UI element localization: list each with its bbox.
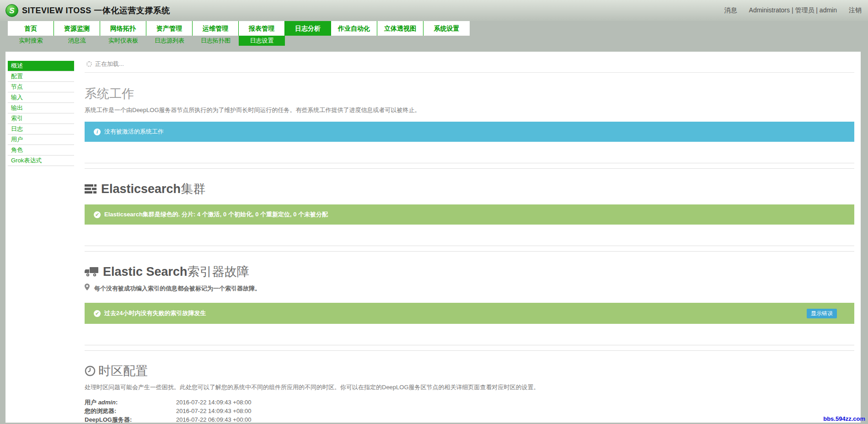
system-jobs-banner-text: 没有被激活的系统工作 bbox=[104, 122, 164, 142]
user-info: Administrators | 管理员 | admin bbox=[749, 6, 837, 15]
logout-link[interactable]: 注销 bbox=[849, 6, 862, 15]
tab-home[interactable]: 首页 bbox=[8, 21, 54, 36]
sidebar-item-inputs[interactable]: 输入 bbox=[8, 92, 74, 103]
tab-network-topology[interactable]: 网络拓扑 bbox=[100, 21, 146, 36]
table-row: 用户 admin: 2016-07-22 14:09:43 +08:00 bbox=[85, 398, 854, 407]
section-divider bbox=[85, 345, 854, 351]
tab-asset-management[interactable]: 资产管理 bbox=[146, 21, 193, 36]
tz-server-value: 2016-07-22 06:09:43 +00:00 bbox=[176, 415, 251, 424]
tab-ops-management[interactable]: 运维管理 bbox=[193, 21, 239, 36]
sidebar: 概述 配置 节点 输入 输出 索引 日志 用户 角色 Grok表达式 bbox=[8, 61, 74, 166]
es-cluster-banner: ✔ Elasticsearch集群是绿色的. 分片: 4 个激活, 0 个初始化… bbox=[85, 204, 854, 225]
indexer-failures-description: 每个没有被成功编入索引的信息都会被标记为一个索引器故障。 bbox=[94, 284, 261, 293]
subtab-log-source-list[interactable]: 日志源列表 bbox=[146, 36, 193, 46]
check-icon: ✔ bbox=[94, 310, 101, 317]
marker-pin-icon bbox=[85, 284, 90, 290]
indexer-failures-banner: ✔ 过去24小时内没有失败的索引故障发生 显示错误 bbox=[85, 303, 854, 324]
app-header: S SITEVIEW ITOSS 一体化运营支撑系统 消息 Administra… bbox=[0, 0, 868, 21]
timezone-description: 处理时区问题可能会产生一些困扰。此处您可以了解您的系统中不同的组件所应用的不同的… bbox=[85, 383, 854, 392]
app-title: SITEVIEW ITOSS 一体化运营支撑系统 bbox=[22, 5, 170, 16]
sidebar-item-grok-patterns[interactable]: Grok表达式 bbox=[8, 156, 74, 166]
subtab-log-topology[interactable]: 日志拓扑图 bbox=[193, 36, 239, 46]
system-jobs-banner: i 没有被激活的系统工作 bbox=[85, 122, 854, 142]
show-errors-button[interactable]: 显示错误 bbox=[807, 309, 837, 318]
main-nav: 首页 资源监测 网络拓扑 资产管理 运维管理 报表管理 日志分析 作业自动化 立… bbox=[8, 21, 470, 36]
tz-browser-label: 您的浏览器: bbox=[85, 407, 176, 415]
spinner-icon bbox=[86, 61, 92, 67]
indexer-failures-title-zh: 索引器故障 bbox=[188, 265, 249, 279]
indexer-failures-title-en: Elastic Search bbox=[103, 265, 188, 279]
content-panel: 概述 配置 节点 输入 输出 索引 日志 用户 角色 Grok表达式 正在加载.… bbox=[5, 52, 861, 423]
es-cluster-title-zh: 集群 bbox=[181, 182, 205, 196]
es-cluster-banner-text: Elasticsearch集群是绿色的. 分片: 4 个激活, 0 个初始化, … bbox=[104, 204, 328, 225]
tab-resource-monitor[interactable]: 资源监测 bbox=[54, 21, 100, 36]
indexer-failures-description-row: 每个没有被成功编入索引的信息都会被标记为一个索引器故障。 bbox=[85, 284, 854, 293]
system-jobs-description: 系统工作是一个由DeepLOG服务器节点所执行的为了维护而长时间运行的任务。有些… bbox=[85, 106, 854, 114]
timezone-table: 用户 admin: 2016-07-22 14:09:43 +08:00 您的浏… bbox=[85, 398, 854, 424]
tasks-icon bbox=[85, 184, 96, 194]
subtab-log-settings[interactable]: 日志设置 bbox=[239, 36, 285, 46]
table-row: 您的浏览器: 2016-07-22 14:09:43 +08:00 bbox=[85, 407, 854, 415]
subtab-message-stream[interactable]: 消息流 bbox=[54, 36, 100, 46]
messages-link[interactable]: 消息 bbox=[724, 6, 737, 15]
tz-server-label: DeepLOG服务器: bbox=[85, 415, 176, 424]
tz-user-label: 用户 admin: bbox=[85, 398, 176, 407]
sidebar-item-nodes[interactable]: 节点 bbox=[8, 82, 74, 92]
subtab-realtime-search[interactable]: 实时搜索 bbox=[8, 36, 54, 46]
clock-icon bbox=[85, 365, 96, 376]
subtab-realtime-dashboard[interactable]: 实时仪表板 bbox=[100, 36, 146, 46]
table-row: DeepLOG服务器: 2016-07-22 06:09:43 +00:00 bbox=[85, 415, 854, 424]
tab-log-analysis[interactable]: 日志分析 bbox=[285, 21, 331, 36]
watermark: bbs.594zz.com bbox=[823, 415, 865, 422]
timezone-title: 时区配置 bbox=[98, 363, 148, 379]
sidebar-item-users[interactable]: 用户 bbox=[8, 134, 74, 145]
tab-system-settings[interactable]: 系统设置 bbox=[423, 21, 470, 36]
tab-3d-perspective[interactable]: 立体透视图 bbox=[377, 21, 423, 36]
tab-job-automation[interactable]: 作业自动化 bbox=[331, 21, 377, 36]
indexer-failures-banner-text: 过去24小时内没有失败的索引故障发生 bbox=[104, 303, 206, 324]
sidebar-item-roles[interactable]: 角色 bbox=[8, 145, 74, 156]
tz-user-value: 2016-07-22 14:09:43 +08:00 bbox=[176, 398, 251, 407]
header-user-area: 消息 Administrators | 管理员 | admin 注销 bbox=[724, 0, 862, 21]
check-icon: ✔ bbox=[94, 211, 101, 218]
main-column: 正在加载... 系统工作 系统工作是一个由DeepLOG服务器节点所执行的为了维… bbox=[85, 52, 854, 424]
tz-browser-value: 2016-07-22 14:09:43 +08:00 bbox=[176, 407, 251, 415]
system-jobs-title: 系统工作 bbox=[85, 86, 854, 102]
section-divider bbox=[85, 246, 854, 252]
tab-report-management[interactable]: 报表管理 bbox=[239, 21, 285, 36]
section-divider bbox=[85, 163, 854, 169]
es-cluster-title: Elasticsearch集群 bbox=[85, 181, 854, 197]
loading-indicator: 正在加载... bbox=[85, 52, 854, 73]
indexer-failures-title: Elastic Search索引器故障 bbox=[85, 263, 854, 280]
sub-nav: 实时搜索 消息流 实时仪表板 日志源列表 日志拓扑图 日志设置 bbox=[8, 36, 285, 46]
sidebar-item-configuration[interactable]: 配置 bbox=[8, 71, 74, 82]
info-icon: i bbox=[94, 129, 101, 135]
timezone-title-row: 时区配置 bbox=[85, 363, 854, 379]
sidebar-item-outputs[interactable]: 输出 bbox=[8, 103, 74, 113]
sidebar-item-logs[interactable]: 日志 bbox=[8, 124, 74, 134]
truck-icon bbox=[85, 266, 98, 277]
sidebar-item-indices[interactable]: 索引 bbox=[8, 113, 74, 124]
app-logo-icon: S bbox=[5, 4, 18, 17]
loading-text: 正在加载... bbox=[95, 60, 124, 68]
es-cluster-title-en: Elasticsearch bbox=[101, 182, 181, 196]
sidebar-item-overview[interactable]: 概述 bbox=[8, 61, 74, 71]
